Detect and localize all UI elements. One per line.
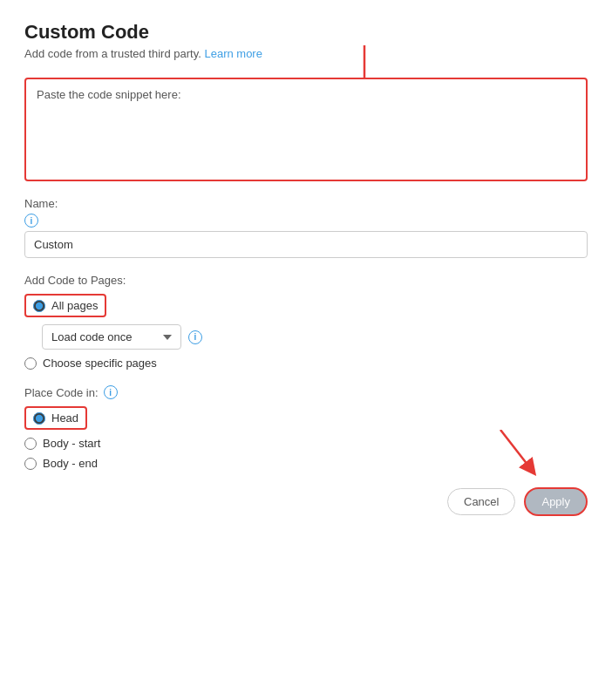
place-code-section: Place Code in: i Head Body - start Body … xyxy=(24,385,588,470)
body-end-row: Body - end xyxy=(24,457,588,470)
load-code-dropdown[interactable]: Load code once Load on every page view xyxy=(42,324,181,350)
all-pages-label[interactable]: All pages xyxy=(51,299,98,312)
head-radio-boxed: Head xyxy=(24,406,87,430)
body-start-label[interactable]: Body - start xyxy=(43,437,100,450)
apply-button[interactable]: Apply xyxy=(524,487,588,516)
name-label: Name: xyxy=(24,197,588,210)
load-code-info-icon[interactable]: i xyxy=(188,330,202,344)
body-start-row: Body - start xyxy=(24,437,588,450)
all-pages-radio-boxed: All pages xyxy=(24,294,106,317)
page-title: Custom Code xyxy=(24,21,588,44)
head-radio[interactable] xyxy=(33,412,45,425)
name-input[interactable] xyxy=(24,231,588,258)
all-pages-radio[interactable] xyxy=(33,300,45,312)
learn-more-link[interactable]: Learn more xyxy=(204,47,262,60)
code-snippet-section: Paste the code snippet here: xyxy=(24,78,588,181)
name-section: Name: i xyxy=(24,197,588,258)
button-row: Cancel Apply xyxy=(24,487,588,516)
name-info-icon[interactable]: i xyxy=(24,214,38,228)
load-code-dropdown-row: Load code once Load on every page view i xyxy=(42,324,588,350)
head-label[interactable]: Head xyxy=(51,411,78,425)
place-code-label: Place Code in: i xyxy=(24,385,588,399)
body-start-radio[interactable] xyxy=(24,438,37,450)
specific-pages-label[interactable]: Choose specific pages xyxy=(43,357,157,370)
body-end-label[interactable]: Body - end xyxy=(43,457,98,470)
cancel-button[interactable]: Cancel xyxy=(447,488,515,515)
add-code-section: Add Code to Pages: All pages Load code o… xyxy=(24,274,588,370)
code-snippet-textarea[interactable] xyxy=(37,106,575,167)
code-snippet-label: Paste the code snippet here: xyxy=(37,88,575,101)
place-code-info-icon[interactable]: i xyxy=(104,385,118,399)
specific-pages-radio[interactable] xyxy=(24,357,37,370)
add-code-label: Add Code to Pages: xyxy=(24,274,588,287)
specific-pages-row: Choose specific pages xyxy=(24,357,588,370)
body-end-radio[interactable] xyxy=(24,458,37,470)
page-subtitle: Add code from a trusted third party. Lea… xyxy=(24,47,588,60)
